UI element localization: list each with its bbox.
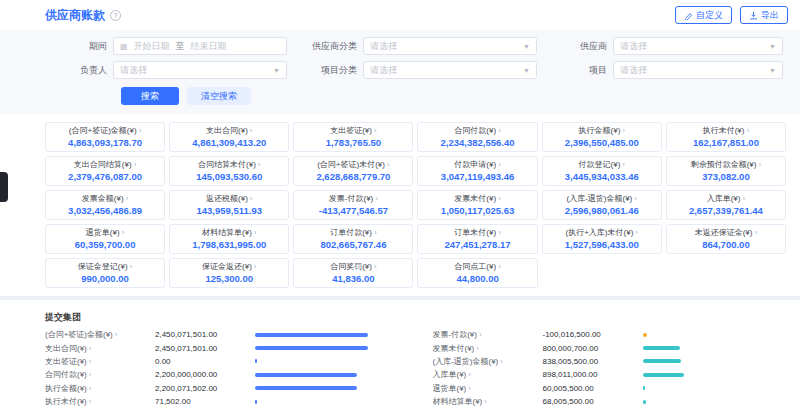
summary-card[interactable]: (合同+签证)未付(¥) › 2,628,668,779.70 bbox=[293, 156, 413, 186]
summary-card[interactable]: (执行+入库)未付(¥) › 1,527,596,433.00 bbox=[542, 224, 662, 254]
summary-card[interactable]: 执行未付(¥) › 162,167,851.00 bbox=[666, 122, 786, 152]
card-value: 3,047,119,493.46 bbox=[420, 171, 534, 182]
summary-card[interactable]: 支出签证(¥) › 1,783,765.50 bbox=[293, 122, 413, 152]
metric-row[interactable]: 退货单(¥) › 60,005,500.00 bbox=[433, 382, 787, 395]
summary-card[interactable]: 支出合同结算(¥) › 2,379,476,087.00 bbox=[45, 156, 165, 186]
summary-card[interactable]: 合同付款(¥) › 2,234,382,556.40 bbox=[417, 122, 537, 152]
card-value: 1,798,631,995.00 bbox=[172, 239, 286, 250]
metric-row[interactable]: 合同付款(¥) › 2,200,000,000.00 bbox=[45, 368, 399, 381]
card-value: 864,700.00 bbox=[669, 239, 783, 250]
metric-label: 入库单(¥) bbox=[433, 369, 467, 380]
summary-card[interactable]: 合同奖罚(¥) › 41,836.00 bbox=[293, 258, 413, 288]
summary-card[interactable]: 付款登记(¥) › 3,445,934,033.46 bbox=[542, 156, 662, 186]
card-value: 162,167,851.00 bbox=[669, 137, 783, 148]
card-value: 145,093,530.60 bbox=[172, 171, 286, 182]
card-label: 订单未付(¥) bbox=[454, 227, 496, 238]
card-value: 1,050,117,025.63 bbox=[420, 205, 534, 216]
export-button[interactable]: 导出 bbox=[740, 6, 788, 24]
search-button[interactable]: 搜索 bbox=[121, 87, 179, 105]
metric-row[interactable]: 执行金额(¥) › 2,200,071,502.00 bbox=[45, 382, 399, 395]
owner-select[interactable]: 请选择 ▼ bbox=[113, 61, 287, 79]
metric-row[interactable]: 材料结算单(¥) › 68,005,500.00 bbox=[433, 395, 787, 408]
metric-row[interactable]: 支出签证(¥) › 0.00 bbox=[45, 355, 399, 368]
export-button-label: 导出 bbox=[761, 9, 779, 22]
metric-value: 60,005,500.00 bbox=[543, 384, 643, 393]
card-value: 2,596,980,061.46 bbox=[545, 205, 659, 216]
supplier-category-select[interactable]: 请选择 ▼ bbox=[363, 37, 537, 55]
card-value: 1,527,596,433.00 bbox=[545, 239, 659, 250]
card-label: 合同付款(¥) bbox=[454, 125, 496, 136]
filter-panel: 期间 ▦ 开始日期 至 结束日期 供应商分类 请选择 ▼ 供应商 请选择 bbox=[0, 30, 800, 114]
chevron-right-icon: › bbox=[258, 160, 261, 169]
chevron-right-icon: › bbox=[122, 228, 125, 237]
summary-card[interactable]: 支出合同(¥) › 4,861,309,413.20 bbox=[169, 122, 289, 152]
metric-value: 800,000,700.00 bbox=[543, 344, 643, 353]
summary-card[interactable]: 剩余预付款金额(¥) › 373,082.00 bbox=[666, 156, 786, 186]
metric-row[interactable]: 入库单(¥) › 898,011,000.00 bbox=[433, 368, 787, 381]
metric-bar bbox=[643, 346, 680, 350]
summary-card[interactable]: 发票金额(¥) › 3,032,456,486.89 bbox=[45, 190, 165, 220]
summary-card[interactable]: 订单未付(¥) › 247,451,278.17 bbox=[417, 224, 537, 254]
metric-value: 68,005,500.00 bbox=[543, 397, 643, 406]
metric-bar-track bbox=[643, 373, 787, 377]
metric-bar-track bbox=[255, 373, 399, 377]
summary-card[interactable]: 返还税额(¥) › 143,959,511.93 bbox=[169, 190, 289, 220]
filter-project-category-field: 项目分类 请选择 ▼ bbox=[295, 61, 537, 79]
summary-card[interactable]: 执行金额(¥) › 2,396,550,485.00 bbox=[542, 122, 662, 152]
summary-card[interactable]: 订单付款(¥) › 802,665,767.46 bbox=[293, 224, 413, 254]
summary-card[interactable]: 材料结算单(¥) › 1,798,631,995.00 bbox=[169, 224, 289, 254]
supplier-select[interactable]: 请选择 ▼ bbox=[613, 37, 783, 55]
help-icon[interactable]: ? bbox=[110, 10, 121, 21]
summary-card[interactable]: (入库-退货)金额(¥) › 2,596,980,061.46 bbox=[542, 190, 662, 220]
chevron-right-icon: › bbox=[468, 384, 471, 393]
summary-card[interactable]: 退货单(¥) › 60,359,700.00 bbox=[45, 224, 165, 254]
date-start-placeholder: 开始日期 bbox=[134, 40, 170, 53]
clear-search-button[interactable]: 清空搜索 bbox=[187, 87, 251, 105]
metric-rows-left: (合同+签证)金额(¥) › 2,450,071,501.00 支出合同(¥) … bbox=[45, 328, 399, 409]
project-select[interactable]: 请选择 ▼ bbox=[613, 61, 783, 79]
summary-card[interactable]: (合同+签证)金额(¥) › 4,863,093,178.70 bbox=[45, 122, 165, 152]
group-name[interactable]: 提交集团 bbox=[45, 312, 81, 322]
metric-row[interactable]: 支出合同(¥) › 2,450,071,501.00 bbox=[45, 341, 399, 354]
card-value: 143,959,511.93 bbox=[172, 205, 286, 216]
summary-card[interactable]: 保证金登记(¥) › 990,000.00 bbox=[45, 258, 165, 288]
filter-supplier-field: 供应商 请选择 ▼ bbox=[545, 37, 783, 55]
metric-row[interactable]: 发票未付(¥) › 800,000,700.00 bbox=[433, 341, 787, 354]
metric-row[interactable]: 发票-付款(¥) › -100,016,500.00 bbox=[433, 328, 787, 341]
card-label: 合同结算未付(¥) bbox=[198, 159, 256, 170]
metric-bar-track bbox=[643, 386, 787, 390]
summary-card[interactable]: 发票-付款(¥) › -413,477,546.57 bbox=[293, 190, 413, 220]
supplier-label: 供应商 bbox=[545, 40, 607, 53]
metric-value: 838,005,500.00 bbox=[543, 357, 643, 366]
customize-button[interactable]: 自定义 bbox=[675, 6, 732, 24]
metric-bar-track bbox=[643, 333, 787, 337]
metric-bar bbox=[643, 333, 648, 337]
chevron-right-icon: › bbox=[374, 262, 377, 271]
chevron-down-icon: ▼ bbox=[523, 67, 530, 74]
summary-card[interactable]: 合同点工(¥) › 44,800.00 bbox=[417, 258, 537, 288]
date-range-input[interactable]: ▦ 开始日期 至 结束日期 bbox=[113, 37, 287, 55]
chevron-right-icon: › bbox=[498, 194, 501, 203]
metric-row[interactable]: (合同+签证)金额(¥) › 2,450,071,501.00 bbox=[45, 328, 399, 341]
filter-supplier-category-field: 供应商分类 请选择 ▼ bbox=[295, 37, 537, 55]
metric-bar bbox=[643, 400, 646, 404]
project-category-select[interactable]: 请选择 ▼ bbox=[363, 61, 537, 79]
project-label: 项目 bbox=[545, 64, 607, 77]
metric-row[interactable]: (入库-退货)金额(¥) › 838,005,500.00 bbox=[433, 355, 787, 368]
drawer-handle[interactable] bbox=[0, 172, 8, 202]
summary-card[interactable]: 合同结算未付(¥) › 145,093,530.60 bbox=[169, 156, 289, 186]
metric-row[interactable]: 执行未付(¥) › 71,502.00 bbox=[45, 395, 399, 408]
summary-card[interactable]: 未返还保证金(¥) › 864,700.00 bbox=[666, 224, 786, 254]
summary-card[interactable]: 发票未付(¥) › 1,050,117,025.63 bbox=[417, 190, 537, 220]
metric-label: 合同付款(¥) bbox=[45, 369, 87, 380]
summary-card[interactable]: 付款申请(¥) › 3,047,119,493.46 bbox=[417, 156, 537, 186]
metric-value: 2,200,071,502.00 bbox=[155, 384, 255, 393]
chevron-right-icon: › bbox=[126, 194, 129, 203]
summary-card[interactable]: 入库单(¥) › 2,657,339,761.44 bbox=[666, 190, 786, 220]
chevron-right-icon: › bbox=[746, 126, 749, 135]
chevron-right-icon: › bbox=[468, 370, 471, 379]
metric-label: (合同+签证)金额(¥) bbox=[45, 329, 113, 340]
chevron-right-icon: › bbox=[479, 330, 482, 339]
metric-bar-track bbox=[255, 386, 399, 390]
summary-card[interactable]: 保证金返还(¥) › 125,300.00 bbox=[169, 258, 289, 288]
